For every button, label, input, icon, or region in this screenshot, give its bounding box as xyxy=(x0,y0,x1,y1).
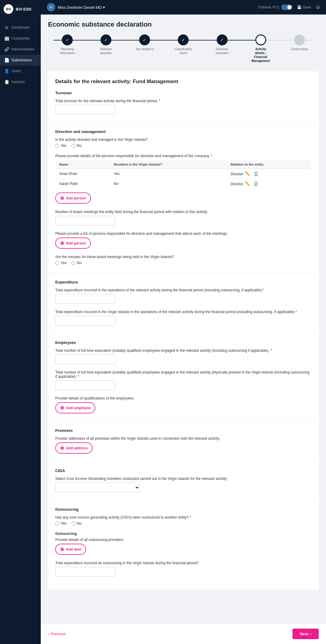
sidebar-item-invoices[interactable]: 📋 Invoices xyxy=(0,76,41,87)
toggle-knob xyxy=(287,5,292,9)
ciga-outsourced-radios: Yes No xyxy=(55,521,312,526)
topbar: M Miss Destinee Daniel MD ▾ Chinese 中文 💾… xyxy=(41,0,326,15)
qualifications-label: Provide details of qualifications of the… xyxy=(55,396,312,400)
step-directors[interactable]: ✓ Directors resolution xyxy=(203,34,241,55)
lang-toggle-switch[interactable] xyxy=(281,5,292,10)
next-button[interactable]: Next › xyxy=(292,629,319,639)
step-label-classification: Classification report xyxy=(173,47,194,55)
turnover-input[interactable] xyxy=(55,105,116,115)
minutes-no-radio[interactable] xyxy=(72,261,75,265)
intermediaries-icon: 🔗 xyxy=(4,47,9,52)
add-person-label: Add person xyxy=(66,196,86,200)
page-title: Economic substance declaration xyxy=(48,21,319,28)
save-button[interactable]: 💾 Save xyxy=(297,5,311,9)
divider-4 xyxy=(48,421,319,421)
ciga-label: Select Core Income Generating Activities… xyxy=(55,477,312,481)
add-person-button[interactable]: ⊕ Add person xyxy=(55,193,91,204)
ciga-outsourced-field: Has any core income generating activity … xyxy=(55,515,312,526)
previous-label: Previous xyxy=(50,632,66,636)
edit-person-0-button[interactable]: ✏️ xyxy=(244,171,251,176)
direction-q1-label: Is the activity directed and managed in … xyxy=(55,138,312,142)
ciga-outsourced-no[interactable]: No xyxy=(72,521,82,526)
progress-steps: ✓ Reporting information ✓ Relevant activ… xyxy=(48,34,319,63)
direction-q1: Is the activity directed and managed in … xyxy=(55,138,312,148)
persons-table: Name Resident in the Virgin Islands? Rel… xyxy=(55,160,312,189)
add-address-button[interactable]: ⊕ Add address xyxy=(55,442,93,454)
vi-employees-input[interactable] xyxy=(55,380,116,390)
board-meetings-input[interactable] xyxy=(55,216,116,225)
minutes-no[interactable]: No xyxy=(72,261,82,265)
step-circle-reporting: ✓ xyxy=(62,34,73,45)
user-menu[interactable]: Miss Destinee Daniel MD ▾ xyxy=(58,5,105,10)
minutes-yes[interactable]: Yes xyxy=(55,261,67,265)
providers-section: Outsourcing Provide details of all outso… xyxy=(55,532,312,555)
total-exp-input[interactable] xyxy=(55,294,116,304)
previous-button[interactable]: ‹ Previous xyxy=(48,632,66,636)
save-label: Save xyxy=(303,5,311,9)
ciga-section: CIGA Select Core Income Generating Activ… xyxy=(55,468,312,492)
ciga-outsourced-yes[interactable]: Yes xyxy=(55,521,67,526)
add-person2-button[interactable]: ⊕ Add person xyxy=(55,238,91,249)
step-relevant[interactable]: ✓ Relevant activities xyxy=(87,34,125,55)
language-toggle: Chinese 中文 xyxy=(258,5,292,10)
employees-section-label: Employees xyxy=(55,340,312,345)
sidebar-item-label: Intermediaries xyxy=(11,47,34,51)
ciga-outsourced-no-radio[interactable] xyxy=(72,522,75,526)
direction-q1-no-radio[interactable] xyxy=(72,144,75,148)
outsourcing-exp-label: Total expenditure incurred on outsourcin… xyxy=(55,561,312,565)
vi-exp-label: Total expenditure incurred in the Virgin… xyxy=(55,310,312,314)
step-reporting[interactable]: ✓ Reporting information xyxy=(48,34,87,55)
outsourcing-exp-field: Total expenditure incurred on outsourcin… xyxy=(55,561,312,577)
direction-q1-yes-label: Yes xyxy=(61,144,67,148)
ciga-outsourced-yes-label: Yes xyxy=(61,521,67,526)
outsourcing-section-label: Outsourcing xyxy=(55,507,312,512)
step-activity[interactable]: Activity details - Financial Management xyxy=(241,34,280,63)
vi-exp-input[interactable] xyxy=(55,316,116,325)
sidebar-item-intermediaries[interactable]: 🔗 Intermediaries xyxy=(0,44,41,55)
vi-exp-field: Total expenditure incurred in the Virgin… xyxy=(55,310,312,325)
direction-q1-yes-radio[interactable] xyxy=(55,144,59,148)
add-employee-button[interactable]: ⊕ Add employee xyxy=(55,402,95,413)
attendees-section: Please provide a list of persons respons… xyxy=(55,231,312,249)
total-employees-input[interactable] xyxy=(55,354,116,364)
total-exp-label: Total expenditure incurred in the operat… xyxy=(55,288,312,292)
edit-person-1-button[interactable]: ✏️ xyxy=(244,181,251,186)
direction-q1-no[interactable]: No xyxy=(72,144,82,148)
delete-person-0-button[interactable]: 🗑️ xyxy=(252,171,259,176)
sidebar-item-companies[interactable]: 🏢 Companies xyxy=(0,33,41,44)
add-item-label: Add item xyxy=(66,547,81,552)
minutes-no-label: No xyxy=(77,261,82,265)
logo-text: BVI ESD xyxy=(16,7,31,11)
direction-q1-radios: Yes No xyxy=(55,144,312,148)
divider-1 xyxy=(48,122,319,122)
person-relation-0: Director ✏️ 🗑️ xyxy=(227,169,312,179)
minutes-yes-radio[interactable] xyxy=(55,261,59,265)
sidebar-item-submissions[interactable]: 📄 Submissions xyxy=(0,55,41,66)
providers-sublabel: Provide details of all outsourcing provi… xyxy=(55,538,312,542)
person-resident-0: Yes xyxy=(110,169,227,179)
person-relation-1: Director ✏️ 🗑️ xyxy=(227,179,312,189)
outsourcing-exp-input[interactable] xyxy=(55,567,116,577)
step-tax[interactable]: ✓ Tax residency xyxy=(125,34,164,51)
sidebar-item-dashboard[interactable]: ⊞ Dashboard xyxy=(0,22,41,33)
add-address-label: Add address xyxy=(66,446,88,450)
step-label-directors: Directors resolution xyxy=(212,47,233,55)
direction-q1-yes[interactable]: Yes xyxy=(55,144,67,148)
add-item-button[interactable]: ⊕ Add item xyxy=(55,544,86,555)
minutes-yes-label: Yes xyxy=(61,261,67,265)
add-person2-plus-icon: ⊕ xyxy=(60,240,64,246)
step-classification[interactable]: ✓ Classification report xyxy=(164,34,203,55)
ciga-select[interactable] xyxy=(55,483,140,492)
sidebar-item-users[interactable]: 👤 Users xyxy=(0,66,41,76)
step-confirmation[interactable]: Confirmation xyxy=(280,34,319,51)
gear-icon[interactable]: ⚙ xyxy=(316,5,320,10)
ciga-outsourced-yes-radio[interactable] xyxy=(55,522,59,526)
companies-icon: 🏢 xyxy=(4,36,9,41)
minutes-label: Are the minutes for these board meetings… xyxy=(55,255,312,259)
board-meetings-label: Number of board meetings the entity held… xyxy=(55,210,312,214)
delete-person-1-button[interactable]: 🗑️ xyxy=(252,181,259,186)
sidebar: BVI BVI ESD ⊞ Dashboard 🏢 Companies 🔗 In… xyxy=(0,0,41,644)
col-name: Name xyxy=(56,160,110,169)
vi-employees-field: Total number of full time equivalent (su… xyxy=(55,370,312,390)
main-content: M Miss Destinee Daniel MD ▾ Chinese 中文 💾… xyxy=(41,0,326,644)
